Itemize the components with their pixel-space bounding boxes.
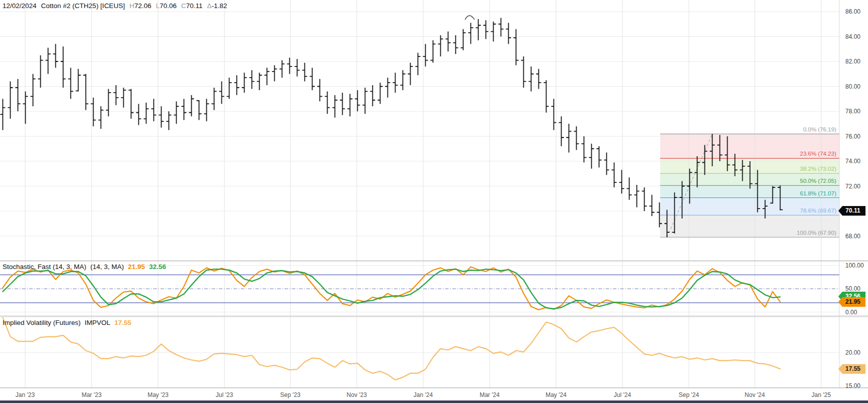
price-axis-label: 72.00 xyxy=(845,183,860,190)
time-axis-label: Nov '23 xyxy=(347,391,367,398)
fib-label-23.6: 23.6% (74.23) xyxy=(800,151,836,157)
impvol-value: 17.55 xyxy=(114,319,131,326)
fib-label-61.8: 61.8% (71.07) xyxy=(800,190,836,196)
trading-chart-app: 0.0% (76.19)23.6% (74.23)38.2% (73.02)50… xyxy=(0,0,868,403)
time-axis-label: May '23 xyxy=(147,391,169,398)
stoch-k-badge: 21.95 xyxy=(838,297,865,307)
time-axis-label: Mar '24 xyxy=(480,391,500,398)
stochastic-title: Stochastic, Fast (14, 3, MA) xyxy=(3,263,87,271)
impvol-panel-title: Implied Volatility (Futures)IMPVOL17.55 xyxy=(3,319,131,326)
fib-label-78.6: 78.6% (69.67) xyxy=(800,208,836,214)
time-axis-label: Sep '23 xyxy=(280,391,300,398)
impvol-badge: 17.55 xyxy=(838,364,865,374)
price-axis-label: 80.00 xyxy=(845,83,860,90)
quote-header: 12/02/2024Cotton #2 (CTH25) [ICEUS]H72.0… xyxy=(3,2,227,10)
stochastic-k-value: 21.95 xyxy=(128,263,145,271)
price-axis-label: 82.00 xyxy=(845,58,860,65)
arc-annotation xyxy=(465,16,475,20)
stochastic-panel-title: Stochastic, Fast (14, 3, MA)(14, 3, MA)2… xyxy=(3,263,166,271)
time-axis-label: Jul '23 xyxy=(216,391,233,398)
stochastic-d-value: 32.56 xyxy=(149,263,166,271)
price-axis-label: 78.00 xyxy=(845,108,860,115)
impvol-series-label: IMPVOL xyxy=(85,319,110,326)
fib-label-100: 100.0% (67.90) xyxy=(797,230,836,236)
time-axis-label: Jan '25 xyxy=(812,391,831,398)
last-price-badge: 70.11 xyxy=(838,206,865,216)
time-axis-label: May '24 xyxy=(545,391,567,398)
close-label: C xyxy=(181,2,186,10)
time-axis-label: Nov '24 xyxy=(745,391,765,398)
low-value: 70.06 xyxy=(160,2,177,10)
stoch-axis-label: 50.00 xyxy=(845,285,860,292)
bottom-scrollbar[interactable] xyxy=(0,400,868,403)
time-axis-label: Jul '24 xyxy=(614,391,631,398)
impvol-axis-label: 15.00 xyxy=(845,382,860,389)
symbol-name: Cotton #2 (CTH25) [ICEUS] xyxy=(41,2,125,10)
chart-canvas[interactable]: 0.0% (76.19)23.6% (74.23)38.2% (73.02)50… xyxy=(0,0,868,403)
stochastic-params: (14, 3, MA) xyxy=(91,263,124,271)
price-axis-label: 74.00 xyxy=(845,158,860,165)
price-axis-label: 76.00 xyxy=(845,133,860,140)
change-label: Δ xyxy=(207,2,212,10)
stoch-axis-label: 100.00 xyxy=(845,262,864,269)
time-axis-label: Mar '23 xyxy=(82,391,102,398)
fib-label-38.2: 38.2% (73.02) xyxy=(800,166,836,172)
time-axis-label: Sep '24 xyxy=(679,391,699,398)
impvol-title: Implied Volatility (Futures) xyxy=(3,319,81,326)
price-axis-label: 86.00 xyxy=(845,8,860,15)
stoch-axis-label: 0.00 xyxy=(845,309,857,316)
price-axis-label: 84.00 xyxy=(845,33,860,40)
price-axis-label: 68.00 xyxy=(845,233,860,240)
impvol-axis-label: 20.00 xyxy=(845,349,860,356)
close-value: 70.11 xyxy=(186,2,203,10)
high-label: H xyxy=(129,2,134,10)
time-axis-label: Jan '23 xyxy=(16,391,35,398)
impvol-line xyxy=(3,317,780,380)
fib-label-50: 50.0% (72.05) xyxy=(800,178,836,184)
fib-label-0: 0.0% (76.19) xyxy=(803,126,836,132)
quote-date: 12/02/2024 xyxy=(3,2,37,10)
change-value: -1.82 xyxy=(212,2,227,10)
high-value: 72.06 xyxy=(134,2,151,10)
stochastic-k-line xyxy=(3,267,780,310)
time-axis-label: Jan '24 xyxy=(414,391,433,398)
